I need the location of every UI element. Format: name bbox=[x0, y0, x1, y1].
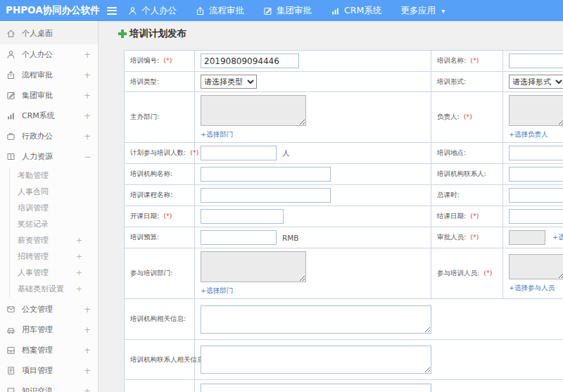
sidebar-subitem-label: 人事管理 bbox=[18, 267, 76, 278]
place-input[interactable] bbox=[509, 146, 563, 160]
menu-toggle-icon[interactable] bbox=[107, 5, 118, 16]
requirement-textarea[interactable] bbox=[201, 384, 431, 392]
leader-select-link[interactable]: +选择负责人 bbox=[509, 130, 548, 139]
expand-icon[interactable]: + bbox=[84, 132, 91, 141]
approver-label: 审批人员: bbox=[437, 233, 466, 241]
required-mark: (*) bbox=[161, 212, 172, 220]
approver-select-link[interactable]: +选择审批人员 bbox=[552, 233, 563, 242]
course-name-input[interactable] bbox=[201, 188, 331, 203]
budget-input[interactable] bbox=[201, 230, 277, 245]
topnav-item-流程审批[interactable]: 流程审批 bbox=[196, 5, 244, 17]
sidebar-subitem-招聘管理[interactable]: 招聘管理+ bbox=[10, 248, 98, 265]
form-row-join-dept: 参与培训部门:+选择部门参与培训人员: (*)+选择参与人员 bbox=[125, 248, 563, 299]
expand-icon[interactable]: + bbox=[76, 284, 82, 293]
join-dept-textarea[interactable] bbox=[201, 251, 306, 282]
expand-icon[interactable]: + bbox=[76, 252, 82, 261]
top-nav: 个人办公流程审批集团审批CRM系统更多应用▾ bbox=[128, 5, 464, 17]
topnav-item-集团审批[interactable]: 集团审批 bbox=[263, 5, 312, 17]
edit-icon bbox=[263, 6, 272, 15]
sidebar-item-档案管理[interactable]: 档案管理+ bbox=[0, 340, 98, 360]
topnav-item-CRM系统[interactable]: CRM系统 bbox=[331, 5, 381, 17]
main-content: 培训计划发布 培训编号: (*)培训名称: (*)培训类型:请选择类型培训形式:… bbox=[99, 21, 563, 392]
start-date-label: 开课日期: bbox=[130, 212, 159, 220]
host-dept-label: 主办部门: bbox=[130, 113, 159, 120]
sidebar-subitem-人事管理[interactable]: 人事管理+ bbox=[10, 265, 98, 281]
org-info-textarea[interactable] bbox=[201, 305, 431, 334]
expand-icon[interactable]: + bbox=[84, 50, 91, 60]
form-row-course-name: 培训课程名称:总课时: bbox=[125, 185, 563, 206]
topnav-item-个人办公[interactable]: 个人办公 bbox=[128, 5, 177, 17]
sidebar-item-用车管理[interactable]: 用车管理+ bbox=[0, 320, 98, 340]
end-date-input[interactable] bbox=[509, 209, 563, 224]
expand-icon[interactable]: + bbox=[84, 91, 91, 101]
total-hours-input[interactable] bbox=[509, 188, 563, 203]
join-dept-select-link[interactable]: +选择部门 bbox=[201, 286, 233, 296]
sidebar-subitem-label: 薪资管理 bbox=[18, 235, 76, 246]
required-mark: (*) bbox=[161, 56, 172, 64]
sidebar-item-公文管理[interactable]: 公文管理+ bbox=[0, 299, 98, 320]
sidebar-subitem-label: 基础类别设置 bbox=[18, 284, 76, 294]
form-row-org-contact-info: 培训机构联系人相关信息: bbox=[125, 340, 563, 380]
share-icon bbox=[6, 70, 16, 80]
host-dept-select-link[interactable]: +选择部门 bbox=[201, 130, 233, 139]
topnav-item-更多应用[interactable]: 更多应用▾ bbox=[400, 5, 445, 17]
train-form-select[interactable]: 请选择形式 bbox=[509, 75, 563, 89]
sidebar-subitem-label: 招聘管理 bbox=[18, 251, 76, 262]
sidebar-item-个人桌面[interactable]: 个人桌面 bbox=[0, 23, 98, 44]
train-no-input[interactable] bbox=[201, 53, 299, 68]
expand-icon[interactable]: + bbox=[84, 366, 91, 376]
sidebar-subitem-基础类别设置[interactable]: 基础类别设置+ bbox=[10, 281, 98, 297]
chat-icon bbox=[6, 386, 16, 392]
expand-icon[interactable]: + bbox=[84, 70, 91, 80]
expand-icon[interactable]: + bbox=[84, 305, 91, 315]
top-bar: PHPOA协同办公软件 个人办公流程审批集团审批CRM系统更多应用▾ bbox=[0, 0, 563, 21]
org-contact-info-label: 培训机构联系人相关信息: bbox=[130, 355, 206, 363]
expand-icon[interactable]: + bbox=[84, 346, 91, 355]
train-type-select[interactable]: 请选择类型 bbox=[201, 75, 257, 89]
form-row-org-name: 培训机构名称:培训机构联系人: bbox=[125, 164, 563, 185]
sidebar-subitem-考勤管理[interactable]: 考勤管理 bbox=[10, 167, 98, 184]
sidebar-item-label: 档案管理 bbox=[22, 345, 84, 355]
expand-icon[interactable]: + bbox=[76, 268, 82, 277]
edit-icon bbox=[6, 91, 16, 101]
collapse-icon[interactable]: − bbox=[84, 152, 91, 162]
sidebar-item-流程审批[interactable]: 流程审批+ bbox=[0, 65, 98, 85]
sidebar-subitem-培训管理[interactable]: 培训管理 bbox=[10, 200, 98, 216]
approver-input[interactable] bbox=[509, 230, 545, 245]
sidebar-subitem-奖惩记录[interactable]: 奖惩记录 bbox=[10, 216, 98, 232]
sidebar-item-label: 人力资源 bbox=[22, 151, 84, 162]
org-name-input[interactable] bbox=[201, 167, 331, 182]
sidebar-item-集团审批[interactable]: 集团审批+ bbox=[0, 85, 98, 106]
plan-count-input[interactable] bbox=[201, 146, 277, 160]
plan-count-label: 计划参与培训人数: bbox=[130, 148, 186, 156]
org-contact-info-textarea[interactable] bbox=[201, 346, 431, 374]
required-mark: (*) bbox=[481, 269, 492, 277]
sidebar-item-人力资源[interactable]: 人力资源− bbox=[0, 146, 98, 167]
sidebar-item-行政办公[interactable]: 行政办公+ bbox=[0, 126, 98, 146]
add-icon bbox=[118, 30, 127, 38]
host-dept-textarea[interactable] bbox=[201, 95, 306, 126]
expand-icon[interactable]: + bbox=[84, 386, 91, 392]
training-plan-form: 培训编号: (*)培训名称: (*)培训类型:请选择类型培训形式:请选择形式主办… bbox=[124, 50, 563, 392]
expand-icon[interactable]: + bbox=[76, 236, 82, 245]
sidebar-item-项目管理[interactable]: 项目管理+ bbox=[0, 360, 98, 381]
leader-textarea[interactable] bbox=[509, 95, 563, 126]
sidebar-item-label: 行政办公 bbox=[22, 131, 84, 141]
archive-icon bbox=[6, 346, 16, 355]
org-contact-input[interactable] bbox=[509, 167, 563, 182]
sidebar-subitem-人事合同[interactable]: 人事合同 bbox=[10, 184, 98, 200]
expand-icon[interactable]: + bbox=[84, 111, 91, 121]
org-info-label: 培训机构相关信息: bbox=[130, 315, 186, 322]
join-people-textarea[interactable] bbox=[509, 254, 563, 279]
briefcase-icon bbox=[6, 132, 16, 141]
expand-icon[interactable]: + bbox=[84, 325, 91, 335]
sidebar-item-label: 集团审批 bbox=[22, 90, 84, 101]
sidebar-item-知识交流[interactable]: 知识交流+ bbox=[0, 381, 98, 392]
start-date-input[interactable] bbox=[201, 209, 284, 224]
sidebar-item-个人办公[interactable]: 个人办公+ bbox=[0, 44, 98, 65]
sidebar-subitem-薪资管理[interactable]: 薪资管理+ bbox=[10, 232, 98, 248]
sidebar-item-CRM系统[interactable]: CRM系统+ bbox=[0, 106, 98, 126]
join-people-select-link[interactable]: +选择参与人员 bbox=[509, 284, 555, 293]
sidebar-item-label: 用车管理 bbox=[22, 324, 84, 335]
train-name-input[interactable] bbox=[509, 53, 563, 68]
